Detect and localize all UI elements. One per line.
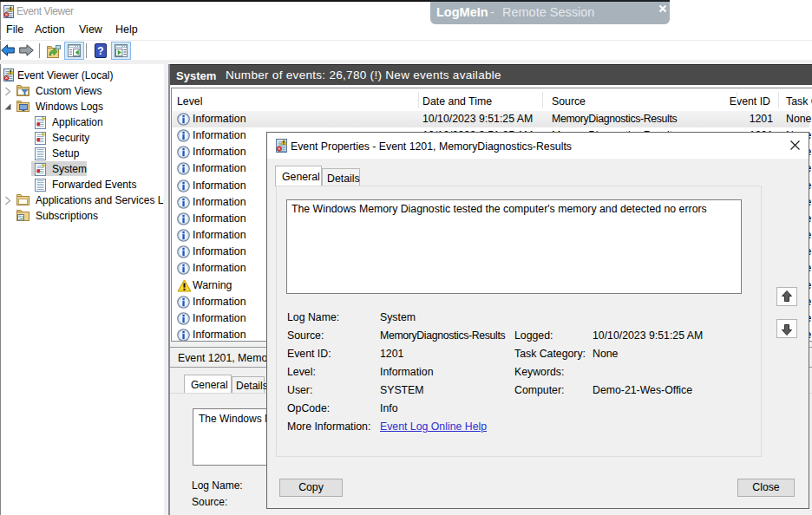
svg-text:?: ?	[97, 45, 103, 57]
